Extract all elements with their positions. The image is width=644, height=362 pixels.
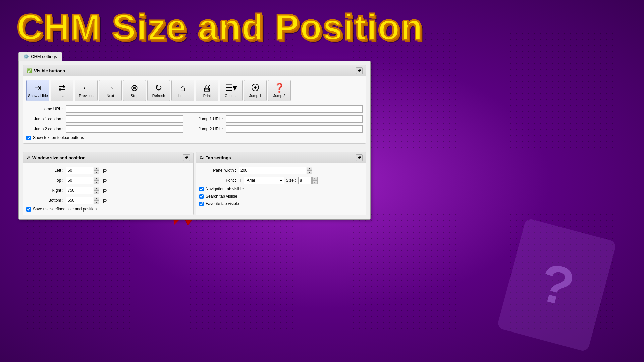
bottom-up-btn[interactable]: ▲ (94, 197, 99, 200)
jump1-row: Jump 1 caption : Jump 1 URL : (26, 115, 363, 123)
tab-settings-title: Tab settings (206, 155, 231, 160)
tab-settings-collapse[interactable]: 🗗 (356, 154, 363, 161)
btn-next[interactable]: → Next (99, 80, 122, 101)
top-down-btn[interactable]: ▼ (94, 180, 99, 184)
btn-stop-label: Stop (131, 94, 139, 98)
font-label: Font : (199, 178, 236, 183)
tab-settings-content: Panel width : ▲ ▼ Font : T (196, 163, 366, 209)
left-px: px (103, 168, 107, 173)
left-down-btn[interactable]: ▼ (94, 170, 99, 174)
save-position-label: Save user-defined size and position (33, 207, 97, 212)
bottom-spinbox: ▲ ▼ (66, 197, 99, 204)
window-size-content: Left : ▲ ▼ px Top : (23, 163, 193, 215)
page-title: CHM Size and Position (17, 6, 423, 48)
home-icon: ⌂ (180, 83, 185, 92)
home-url-input[interactable] (66, 105, 363, 113)
jump2-url-label: Jump 2 URL : (186, 127, 223, 131)
show-text-checkbox[interactable] (26, 136, 31, 140)
fav-tab-checkbox[interactable] (199, 202, 204, 206)
font-size-down-btn[interactable]: ▼ (312, 180, 318, 184)
panel-width-down-btn[interactable]: ▼ (307, 170, 312, 174)
show-text-label: Show text on toolbar buttons (33, 135, 84, 140)
decorative-question-card: ? (497, 218, 617, 352)
right-down-btn[interactable]: ▼ (94, 190, 99, 194)
right-up-btn[interactable]: ▲ (94, 187, 99, 190)
jump2-row: Jump 2 caption : Jump 2 URL : (26, 125, 363, 133)
visible-buttons-header: ✅ Visible buttons 🗗 (23, 65, 366, 76)
visible-buttons-content: ⇥ Show / Hide ⇄ Locate ← Previous → Next (23, 76, 366, 143)
save-position-checkbox[interactable] (26, 207, 31, 212)
btn-home-label: Home (178, 94, 187, 98)
btn-jump2[interactable]: ❓ Jump 2 (268, 80, 291, 101)
btn-jump2-label: Jump 2 (273, 94, 285, 98)
print-icon: 🖨 (203, 83, 211, 92)
tab-settings-section: 🗂 Tab settings 🗗 Panel width : ▲ ▼ (196, 152, 366, 215)
toolbar-buttons: ⇥ Show / Hide ⇄ Locate ← Previous → Next (26, 80, 363, 101)
window-size-collapse[interactable]: 🗗 (183, 154, 190, 161)
top-input[interactable] (66, 177, 93, 184)
visible-buttons-collapse[interactable]: 🗗 (356, 67, 363, 74)
top-row: Top : ▲ ▼ px (26, 177, 190, 184)
panel-width-row: Panel width : ▲ ▼ (199, 167, 363, 174)
panel-width-label: Panel width : (199, 168, 236, 173)
btn-stop[interactable]: ⊗ Stop (123, 80, 146, 101)
font-dropdown[interactable]: Arial Times New Roman Courier New (244, 177, 284, 184)
font-row: Font : T Arial Times New Roman Courier N… (199, 177, 363, 184)
btn-show-hide[interactable]: ⇥ Show / Hide (26, 80, 49, 101)
btn-previous-label: Previous (79, 94, 94, 98)
top-spinbox-btns: ▲ ▼ (94, 177, 99, 184)
nav-tab-checkbox[interactable] (199, 187, 204, 191)
show-text-row: Show text on toolbar buttons (26, 135, 363, 140)
size-label: Size : (286, 178, 296, 183)
resize-icon: ⤢ (26, 155, 30, 160)
jump2-url-input[interactable] (226, 125, 363, 133)
btn-show-hide-label: Show / Hide (28, 94, 48, 98)
top-px: px (103, 178, 107, 183)
right-input[interactable] (66, 187, 93, 194)
btn-jump1[interactable]: ⦿ Jump 1 (244, 80, 267, 101)
tab-label: CHM settings (31, 54, 57, 59)
bottom-px: px (103, 198, 107, 203)
bottom-input[interactable] (66, 197, 93, 204)
btn-refresh[interactable]: ↻ Refresh (147, 80, 170, 101)
jump1-caption-input[interactable] (66, 115, 183, 123)
left-up-btn[interactable]: ▲ (94, 167, 99, 170)
btn-previous[interactable]: ← Previous (75, 80, 98, 101)
jump1-url-input[interactable] (226, 115, 363, 123)
jump1-icon: ⦿ (251, 83, 260, 92)
btn-print-label: Print (203, 94, 211, 98)
left-spinbox-btns: ▲ ▼ (94, 167, 99, 174)
jump2-caption-label: Jump 2 caption : (26, 127, 63, 131)
tab-settings-icon: ⚙️ (23, 54, 29, 59)
previous-icon: ← (82, 83, 91, 92)
btn-jump1-label: Jump 1 (249, 94, 261, 98)
btn-options[interactable]: ☰▾ Options (220, 80, 243, 101)
left-label: Left : (26, 168, 63, 173)
left-spinbox: ▲ ▼ (66, 167, 99, 174)
bottom-down-btn[interactable]: ▼ (94, 200, 99, 204)
left-input[interactable] (66, 167, 93, 174)
font-size-input[interactable] (298, 177, 312, 184)
font-select-group: T Arial Times New Roman Courier New Size… (239, 177, 318, 184)
right-label: Right : (26, 188, 63, 193)
panel-width-up-btn[interactable]: ▲ (307, 167, 312, 170)
window-container: ⚙️ CHM settings ✅ Visible buttons 🗗 ⇥ Sh… (18, 52, 371, 220)
visible-buttons-title: Visible buttons (34, 68, 65, 73)
btn-home[interactable]: ⌂ Home (171, 80, 194, 101)
stop-icon: ⊗ (131, 83, 138, 92)
bottom-label: Bottom : (26, 198, 63, 203)
panel-width-input[interactable] (239, 167, 306, 174)
jump2-caption-input[interactable] (66, 125, 183, 133)
font-size-up-btn[interactable]: ▲ (312, 177, 318, 180)
top-up-btn[interactable]: ▲ (94, 177, 99, 180)
btn-locate[interactable]: ⇄ Locate (51, 80, 73, 101)
jump2-icon: ❓ (274, 83, 285, 92)
right-spinbox: ▲ ▼ (66, 187, 99, 194)
btn-next-label: Next (107, 94, 114, 98)
tab-chm-settings[interactable]: ⚙️ CHM settings (18, 52, 62, 61)
visible-buttons-section: ✅ Visible buttons 🗗 ⇥ Show / Hide ⇄ Loca… (23, 65, 366, 144)
search-tab-checkbox[interactable] (199, 194, 204, 199)
refresh-icon: ↻ (155, 83, 162, 92)
btn-print[interactable]: 🖨 Print (196, 80, 218, 101)
right-row: Right : ▲ ▼ px (26, 187, 190, 194)
